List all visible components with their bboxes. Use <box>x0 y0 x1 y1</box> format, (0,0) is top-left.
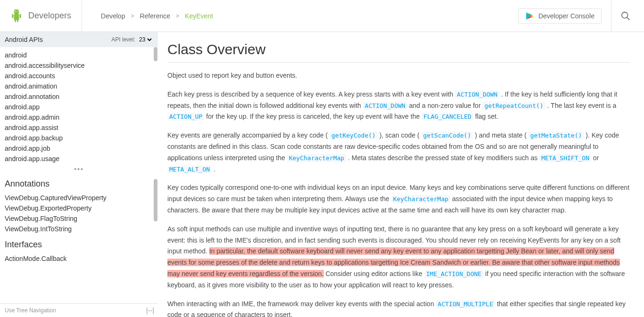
dev-console-label: Developer Console <box>538 12 594 20</box>
svg-rect-3 <box>19 14 21 18</box>
svg-rect-1 <box>14 14 19 20</box>
paragraph-mapping: Key codes typically correspond one-to-on… <box>167 182 630 216</box>
breadcrumb: Develop > Reference > KeyEvent <box>82 12 518 20</box>
code-getmetastate[interactable]: getMetaState() <box>528 131 584 139</box>
paragraph-ime: When interacting with an IME, the framew… <box>167 299 630 317</box>
crumb-reference[interactable]: Reference <box>140 12 170 20</box>
header-right: Developer Console <box>518 0 644 32</box>
code-meta-shift-on[interactable]: META_SHIFT_ON <box>539 154 591 162</box>
sidebar-item-app-admin[interactable]: android.app.admin <box>0 112 158 122</box>
sidebar-item-app-backup[interactable]: android.app.backup <box>0 133 158 143</box>
top-header: Developers Develop > Reference > KeyEven… <box>0 0 644 32</box>
svg-rect-4 <box>15 19 16 22</box>
annotations-heading: Annotations <box>0 173 158 193</box>
code-flag-canceled[interactable]: FLAG_CANCELED <box>421 113 473 121</box>
code-keycharactermap[interactable]: KeyCharacterMap <box>391 195 450 203</box>
sidebar-item-accessibilityservice[interactable]: android.accessibilityservice <box>0 60 158 71</box>
expand-icon[interactable]: |↔| <box>146 307 153 314</box>
list-item[interactable]: ViewDebug.CapturedViewProperty <box>0 193 158 203</box>
svg-rect-5 <box>17 19 18 22</box>
sidebar-item-animation[interactable]: android.animation <box>0 81 158 91</box>
drag-handle-icon[interactable]: ••• <box>0 167 158 171</box>
paragraph-sequence: Each key press is described by a sequenc… <box>167 89 630 122</box>
sidebar-item-app[interactable]: android.app <box>0 102 158 112</box>
sidebar-item-app-job[interactable]: android.app.job <box>0 143 158 154</box>
android-icon <box>10 9 23 23</box>
code-action-down[interactable]: ACTION_DOWN <box>363 102 407 110</box>
paragraph-codes: Key events are generally accompanied by … <box>167 130 630 175</box>
paragraph-softinput: As soft input methods can use multiple a… <box>167 224 630 291</box>
main-layout: Android APIs API level: 23 android andro… <box>0 32 644 317</box>
scroll-thumb[interactable] <box>154 179 157 221</box>
svg-point-7 <box>17 11 18 12</box>
crumb-develop[interactable]: Develop <box>101 12 125 20</box>
brand-block[interactable]: Developers <box>0 0 82 32</box>
search-icon <box>620 11 631 21</box>
api-title: Android APIs <box>5 36 43 43</box>
page-title: Class Overview <box>167 41 630 63</box>
svg-line-11 <box>627 17 629 20</box>
svg-point-0 <box>14 9 19 15</box>
scrollbar[interactable] <box>153 47 158 304</box>
package-list[interactable]: android android.accessibilityservice and… <box>0 47 158 167</box>
developer-console-button[interactable]: Developer Console <box>518 8 602 24</box>
code-keycharactermap[interactable]: KeyCharacterMap <box>287 154 346 162</box>
sidebar-item-annotation[interactable]: android.annotation <box>0 91 158 102</box>
api-level-label: API level: <box>111 36 135 43</box>
misc-list[interactable]: Annotations ViewDebug.CapturedViewProper… <box>0 171 158 303</box>
brand-text: Developers <box>28 11 71 21</box>
play-store-icon <box>525 12 534 20</box>
code-getrepeatcount[interactable]: getRepeatCount() <box>482 102 545 110</box>
svg-point-6 <box>15 11 16 12</box>
code-action-multiple[interactable]: ACTION_MULTIPLE <box>436 300 495 308</box>
list-item[interactable]: ViewDebug.FlagToString <box>0 213 158 224</box>
list-item[interactable]: ViewDebug.IntToString <box>0 224 158 234</box>
tree-nav-toggle[interactable]: Use Tree Navigation <box>5 307 56 314</box>
code-ime-action-done[interactable]: IME_ACTION_DONE <box>424 270 483 278</box>
svg-line-8 <box>15 9 16 10</box>
sidebar-item-app-usage[interactable]: android.app.usage <box>0 154 158 164</box>
sidebar: Android APIs API level: 23 android andro… <box>0 32 158 317</box>
code-getscancode[interactable]: getScanCode() <box>421 131 473 139</box>
chevron-right-icon: > <box>131 13 134 19</box>
sidebar-item-app-assist[interactable]: android.app.assist <box>0 122 158 133</box>
list-item[interactable]: ViewDebug.ExportedProperty <box>0 203 158 213</box>
sidebar-item-accounts[interactable]: android.accounts <box>0 71 158 81</box>
search-button[interactable] <box>611 0 639 32</box>
chevron-right-icon: > <box>176 13 179 19</box>
content-area: Class Overview Object used to report key… <box>158 32 644 317</box>
paragraph-intro: Object used to report key and button eve… <box>167 70 630 81</box>
api-level-select[interactable]: 23 <box>137 36 153 43</box>
crumb-keyevent[interactable]: KeyEvent <box>185 12 213 20</box>
scroll-thumb[interactable] <box>154 47 157 61</box>
api-level-selector[interactable]: API level: 23 <box>111 36 153 43</box>
interfaces-heading: Interfaces <box>0 234 158 253</box>
svg-point-10 <box>621 12 627 18</box>
api-header: Android APIs API level: 23 <box>0 32 158 47</box>
code-meta-alt-on[interactable]: META_ALT_ON <box>167 165 212 173</box>
code-getkeycode[interactable]: getKeyCode() <box>330 131 378 139</box>
svg-line-9 <box>18 9 19 10</box>
code-action-down[interactable]: ACTION_DOWN <box>455 90 499 98</box>
sidebar-item-android[interactable]: android <box>0 50 158 60</box>
sidebar-bottom-bar: Use Tree Navigation |↔| <box>0 303 158 317</box>
code-action-up[interactable]: ACTION_UP <box>167 113 204 121</box>
list-item[interactable]: ActionMode.Callback <box>0 253 158 264</box>
svg-rect-2 <box>12 14 13 18</box>
